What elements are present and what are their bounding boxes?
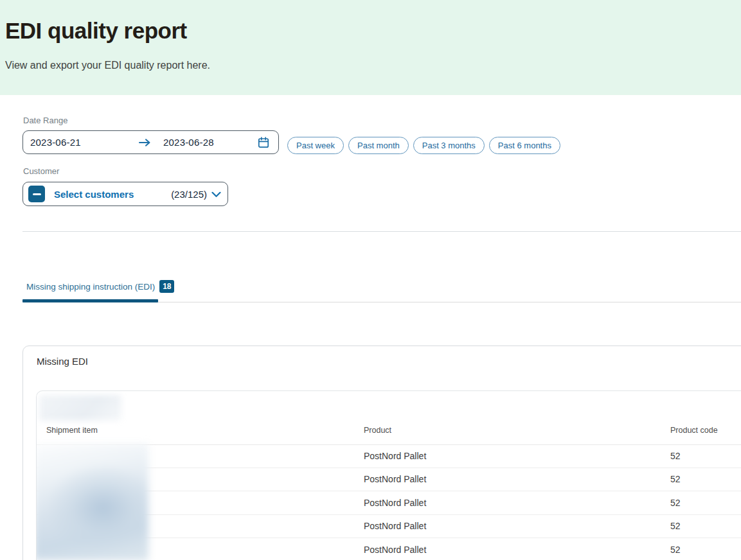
tab-count-badge: 18 [159, 280, 174, 293]
customer-selection-count: (23/125) [171, 189, 207, 200]
column-header-product: Product [364, 426, 391, 435]
cell-product: PostNord Pallet [364, 498, 426, 508]
end-date-value[interactable]: 2023-06-28 [163, 137, 214, 148]
page-title: EDI quality report [5, 18, 187, 44]
edi-quality-report-page: EDI quality report View and export your … [0, 0, 741, 560]
select-all-checkbox[interactable] [28, 186, 45, 202]
table-rows: PostNord Pallet 52 PostNord Pallet 52 Po… [37, 444, 741, 560]
quick-range-buttons: Past week Past month Past 3 months Past … [287, 137, 560, 154]
card-title: Missing EDI [37, 356, 88, 367]
customer-select[interactable]: Select customers (23/125) [22, 182, 228, 206]
page-subtitle: View and export your EDI quality report … [5, 60, 210, 71]
column-header-product-code: Product code [670, 426, 718, 435]
section-divider [22, 231, 741, 232]
customer-label: Customer [23, 166, 59, 176]
indeterminate-minus-icon [33, 193, 41, 195]
column-header-shipment-item: Shipment item [46, 426, 98, 435]
table-row[interactable]: PostNord Pallet 52 [37, 444, 741, 468]
past-3-months-button[interactable]: Past 3 months [413, 137, 485, 154]
calendar-icon[interactable] [257, 136, 270, 149]
cell-product: PostNord Pallet [364, 521, 426, 531]
date-range-label: Date Range [23, 116, 67, 125]
cell-product-code: 52 [670, 474, 681, 484]
past-week-button[interactable]: Past week [287, 137, 344, 154]
missing-edi-card: Missing EDI Shipment item Product Produc… [22, 346, 741, 560]
table-row[interactable]: PostNord Pallet 52 [37, 515, 741, 539]
date-range-input[interactable]: 2023-06-21 2023-06-28 [22, 130, 279, 154]
past-month-button[interactable]: Past month [348, 137, 409, 154]
customer-select-label: Select customers [54, 189, 134, 200]
missing-edi-table: Shipment item Product Product code PostN… [36, 390, 741, 560]
cell-product: PostNord Pallet [364, 545, 426, 555]
cell-product: PostNord Pallet [364, 451, 426, 461]
start-date-value[interactable]: 2023-06-21 [30, 137, 138, 148]
table-row[interactable]: PostNord Pallet 52 [37, 468, 741, 492]
tab-label: Missing shipping instruction (EDI) [26, 282, 155, 292]
page-header: EDI quality report View and export your … [0, 0, 741, 95]
cell-product-code: 52 [670, 545, 681, 555]
cell-product: PostNord Pallet [364, 474, 426, 484]
chevron-down-icon[interactable] [211, 191, 221, 198]
cell-product-code: 52 [670, 521, 681, 531]
tab-missing-shipping-instruction[interactable]: Missing shipping instruction (EDI) 18 [26, 280, 174, 293]
arrow-right-icon [138, 138, 152, 147]
table-row[interactable]: PostNord Pallet 52 [37, 491, 741, 515]
active-tab-indicator [22, 299, 158, 302]
redacted-blur-toolbar [39, 395, 121, 421]
table-row[interactable]: PostNord Pallet 52 [37, 538, 741, 560]
cell-product-code: 52 [670, 498, 681, 508]
past-6-months-button[interactable]: Past 6 months [489, 137, 560, 154]
cell-product-code: 52 [670, 451, 681, 461]
